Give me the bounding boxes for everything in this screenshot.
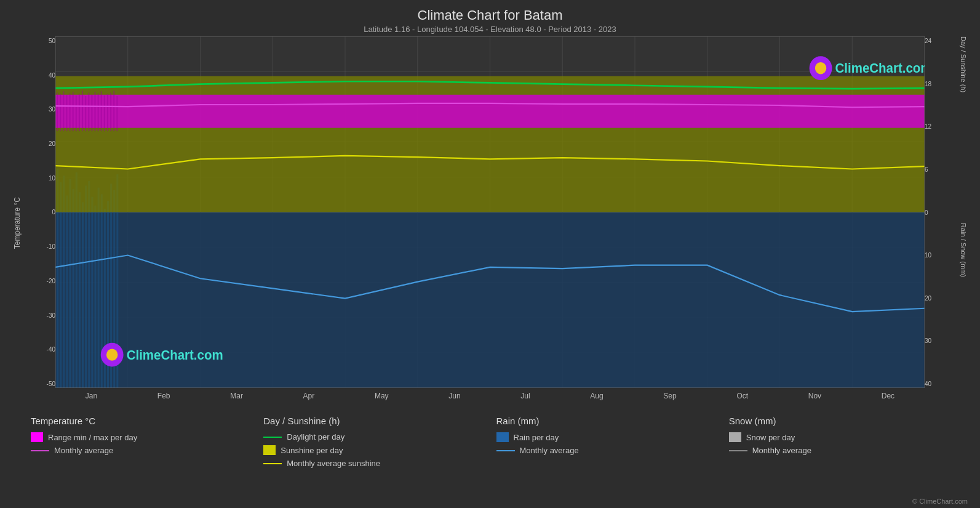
y-tick-50: 50 <box>34 38 55 44</box>
legend-title-snow: Snow (mm) <box>729 416 949 426</box>
chart-plot-area: ClimeChart.com ClimeChart.com <box>55 36 925 388</box>
legend-line-snow-avg <box>729 450 747 451</box>
x-axis: Jan Feb Mar Apr May Jun Jul Aug Sep Oct … <box>55 388 925 409</box>
page-wrapper: Climate Chart for Batam Latitude 1.16 - … <box>0 0 980 508</box>
x-label-jul: Jul <box>520 392 530 409</box>
legend-line-sunshine-avg <box>263 463 282 464</box>
legend-item-temp-avg: Monthly average <box>31 446 251 455</box>
svg-rect-56 <box>88 93 89 131</box>
chart-subtitle: Latitude 1.16 - Longitude 104.054 - Elev… <box>0 25 980 34</box>
y-right-tick-6: 6 <box>925 166 946 173</box>
svg-rect-55 <box>85 96 86 131</box>
x-label-nov: Nov <box>808 392 821 409</box>
svg-point-68 <box>815 62 826 74</box>
y-right-tick-24: 24 <box>925 38 946 44</box>
legend-label-temp-range: Range min / max per day <box>48 433 137 442</box>
legend-label-temp-avg: Monthly average <box>54 446 113 455</box>
legend-item-snow-avg: Monthly average <box>729 446 949 455</box>
legend-item-rain-per-day: Rain per day <box>496 432 717 442</box>
svg-rect-35 <box>94 206 96 388</box>
svg-rect-58 <box>94 92 95 131</box>
svg-rect-63 <box>110 93 111 131</box>
svg-rect-48 <box>63 91 64 131</box>
legend-label-sunshine-avg: Monthly average sunshine <box>287 459 380 468</box>
legend-title-sunshine: Day / Sunshine (h) <box>263 416 484 426</box>
y-right-tick-40: 40 <box>925 381 946 387</box>
svg-rect-26 <box>66 196 68 388</box>
legend-col-snow: Snow (mm) Snow per day Monthly average <box>723 416 955 505</box>
header: Climate Chart for Batam Latitude 1.16 - … <box>0 0 980 36</box>
x-label-feb: Feb <box>157 392 170 409</box>
y-right-tick-0: 0 <box>925 209 946 216</box>
legend-col-sunshine: Day / Sunshine (h) Daylight per day Suns… <box>257 416 490 505</box>
svg-rect-24 <box>60 182 62 388</box>
chart-svg: ClimeChart.com ClimeChart.com <box>55 36 925 388</box>
legend-label-daylight: Daylight per day <box>287 432 345 441</box>
legend-label-snow-avg: Monthly average <box>752 446 811 455</box>
svg-rect-36 <box>98 188 100 388</box>
legend-label-snow-per-day: Snow per day <box>746 433 795 442</box>
legend-swatch-rain <box>496 432 509 442</box>
legend-col-rain: Rain (mm) Rain per day Monthly average <box>490 416 723 505</box>
svg-text:ClimeChart.com: ClimeChart.com <box>835 61 925 76</box>
legend-item-temp-range: Range min / max per day <box>31 432 251 442</box>
copyright: © ClimeChart.com <box>912 498 968 505</box>
legend-swatch-temp-range <box>31 432 43 442</box>
y-tick-10: 10 <box>34 175 55 182</box>
x-label-may: May <box>375 392 389 409</box>
svg-rect-47 <box>60 94 61 131</box>
svg-rect-50 <box>70 94 71 131</box>
y-right-tick-12: 12 <box>925 123 946 130</box>
x-label-jun: Jun <box>448 392 460 409</box>
y-tick-n30: -30 <box>34 312 55 319</box>
y-tick-0: 0 <box>34 209 55 216</box>
chart-title: Climate Chart for Batam <box>0 7 980 23</box>
svg-point-71 <box>106 349 118 360</box>
legend-label-sunshine-per-day: Sunshine per day <box>281 446 343 455</box>
legend-title-temperature: Temperature °C <box>31 416 251 426</box>
legend-item-sunshine-avg: Monthly average sunshine <box>263 459 484 468</box>
x-label-jan: Jan <box>86 392 97 409</box>
y-tick-n50: -50 <box>34 381 55 387</box>
legend-line-rain-avg <box>496 450 515 451</box>
svg-rect-28 <box>73 189 74 388</box>
svg-rect-54 <box>82 91 83 131</box>
legend-label-rain-per-day: Rain per day <box>514 433 559 442</box>
legend-item-snow-per-day: Snow per day <box>729 432 949 442</box>
y-tick-n20: -20 <box>34 278 55 284</box>
y-tick-n40: -40 <box>34 346 55 353</box>
y-right-tick-20: 20 <box>925 295 946 302</box>
legend-swatch-snow <box>729 432 741 442</box>
svg-rect-59 <box>98 94 99 131</box>
y-right-tick-30: 30 <box>925 337 946 344</box>
x-label-dec: Dec <box>882 392 894 409</box>
legend-item-rain-avg: Monthly average <box>496 446 717 455</box>
x-label-mar: Mar <box>230 392 243 409</box>
legend-title-rain: Rain (mm) <box>496 416 717 426</box>
y-right-tick-10: 10 <box>925 252 946 259</box>
legend-label-rain-avg: Monthly average <box>520 446 579 455</box>
legend-col-temperature: Temperature °C Range min / max per day M… <box>25 416 257 505</box>
x-label-apr: Apr <box>303 392 315 409</box>
svg-rect-62 <box>107 94 108 131</box>
y-tick-20: 20 <box>34 140 55 147</box>
svg-rect-61 <box>104 95 105 131</box>
y-right-tick-18: 18 <box>925 81 946 87</box>
svg-rect-45 <box>55 95 925 128</box>
svg-rect-53 <box>79 94 80 131</box>
y-tick-n10: -10 <box>34 243 55 250</box>
x-label-sep: Sep <box>663 392 676 409</box>
svg-text:ClimeChart.com: ClimeChart.com <box>127 347 223 362</box>
legend-item-sunshine-per-day: Sunshine per day <box>263 445 484 455</box>
svg-rect-52 <box>76 95 77 131</box>
svg-rect-64 <box>113 91 114 131</box>
x-label-aug: Aug <box>590 392 603 409</box>
svg-rect-30 <box>79 192 81 388</box>
y-axis-right-top-label: Day / Sunshine (h) <box>960 36 967 223</box>
legend-line-daylight <box>263 437 282 438</box>
y-tick-30: 30 <box>34 106 55 113</box>
svg-rect-51 <box>73 92 74 131</box>
legend-item-daylight: Daylight per day <box>263 432 484 441</box>
y-axis-left-label: Temperature °C <box>13 197 22 249</box>
x-label-oct: Oct <box>736 392 748 409</box>
